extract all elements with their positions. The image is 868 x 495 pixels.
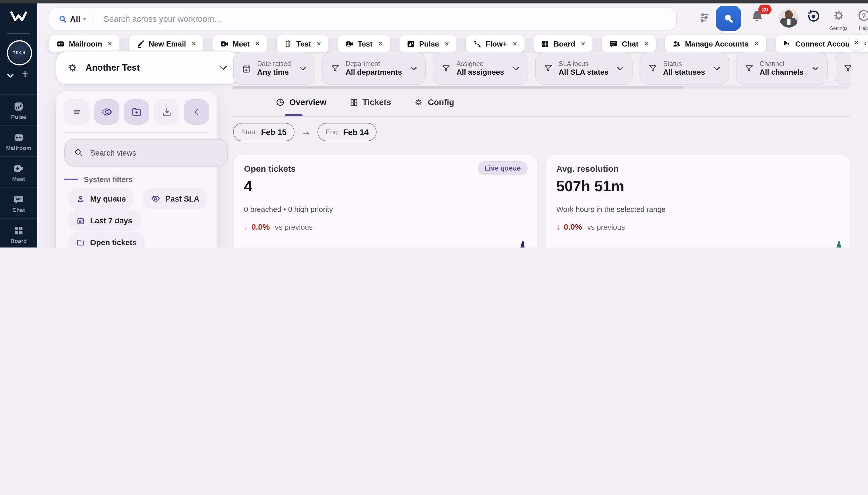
history-sync-icon[interactable]: [806, 10, 820, 23]
list-layout-button[interactable]: [64, 99, 90, 125]
delta-row: ↓ 0.0% vs previous: [556, 222, 625, 232]
avg-resolution-subtitle: Work hours in the selected range: [556, 205, 666, 214]
chat-icon: [609, 39, 618, 48]
video-user-icon: [345, 39, 354, 48]
rail-item-board[interactable]: Board: [0, 218, 37, 248]
delta-row: ↓ 0.0% vs previous: [244, 222, 313, 232]
gear-icon: [67, 62, 78, 73]
system-filters-header: System filters: [64, 175, 133, 184]
tab-test-2[interactable]: Test ✕: [337, 34, 390, 53]
chip-priority-cut[interactable]: PrA: [834, 52, 851, 85]
rail-item-mailroom[interactable]: Mailroom: [0, 125, 37, 157]
delta-suffix: vs previous: [275, 223, 313, 231]
tab-overflow-close-button[interactable]: ✕: [849, 34, 865, 51]
workroom-selector[interactable]: Another Test: [56, 51, 239, 85]
workspace-avatar[interactable]: TECH: [7, 40, 32, 66]
filters-bar: Date raisedAny time DepartmentAll depart…: [233, 52, 851, 85]
close-icon[interactable]: ✕: [444, 40, 450, 47]
chevron-down-icon: [410, 66, 417, 71]
lines-icon: [72, 107, 82, 117]
chip-sla-focus[interactable]: SLA focusAll SLA states: [535, 52, 632, 85]
tab-board[interactable]: Board ✕: [534, 34, 593, 53]
tab-new-email[interactable]: New Email ✕: [128, 34, 204, 53]
avg-resolution-sparkline: [554, 239, 842, 248]
user-avatar[interactable]: [779, 8, 799, 28]
close-icon[interactable]: ✕: [107, 40, 112, 47]
divider: [64, 132, 208, 133]
card-title: Avg. resolution: [556, 164, 619, 173]
close-icon[interactable]: ✕: [255, 40, 260, 47]
chips-scrollbar-thumb[interactable]: [233, 86, 683, 89]
funnel-icon: [843, 64, 851, 73]
collapse-panel-button[interactable]: [184, 99, 209, 125]
filter-last-7-days[interactable]: Last 7 days: [68, 210, 140, 231]
video-icon: [220, 39, 229, 48]
funnel-icon: [648, 64, 657, 73]
close-icon[interactable]: ✕: [378, 40, 383, 47]
person-icon: [76, 194, 85, 203]
rail-item-pulse[interactable]: Pulse: [0, 94, 37, 126]
chip-department[interactable]: DepartmentAll departments: [322, 52, 426, 85]
funnel-icon: [745, 64, 754, 73]
close-icon[interactable]: ✕: [512, 40, 517, 47]
chip-date-raised[interactable]: Date raisedAny time: [233, 52, 315, 85]
tab-manage-accounts[interactable]: Manage Accounts ✕: [665, 34, 767, 53]
open-tickets-value: 4: [244, 177, 252, 195]
arrow-down-icon: ↓: [556, 222, 560, 232]
eye-icon: [151, 194, 160, 203]
chevron-down-icon: [512, 66, 520, 71]
filter-past-sla[interactable]: Past SLA: [143, 188, 208, 209]
close-icon[interactable]: ✕: [644, 40, 649, 47]
tab-flow[interactable]: Flow+ ✕: [466, 34, 525, 53]
close-icon[interactable]: ✕: [754, 40, 759, 47]
search-views-input[interactable]: Search views: [64, 139, 228, 167]
users-icon: [673, 39, 681, 48]
chip-status[interactable]: StatusAll statuses: [640, 52, 729, 85]
close-icon[interactable]: ✕: [580, 40, 586, 47]
download-icon: [161, 106, 172, 117]
rail-item-chat[interactable]: Chat: [0, 187, 37, 219]
grid-icon: [13, 225, 24, 236]
grid-icon: [541, 39, 550, 48]
app-rail: TECH + Pulse Mailroom Meet Chat Board Go…: [0, 3, 37, 248]
tab-meet[interactable]: Meet ✕: [213, 34, 268, 53]
chevron-down-icon[interactable]: [6, 72, 15, 79]
global-search[interactable]: All ▾ Search across your workroom…: [49, 7, 677, 31]
tab-mailroom[interactable]: Mailroom ✕: [49, 34, 120, 53]
start-date-button[interactable]: Start: Feb 15: [233, 123, 295, 141]
create-view-button[interactable]: [94, 99, 119, 125]
route-icon: [473, 39, 482, 48]
add-workspace-button[interactable]: +: [22, 68, 28, 80]
filter-my-queue[interactable]: My queue: [68, 188, 134, 209]
arrow-down-icon: ↓: [244, 222, 248, 232]
tab-test-1[interactable]: Test ✕: [276, 34, 329, 53]
search-icon: [722, 12, 735, 25]
chevron-down-icon: [219, 65, 228, 71]
tab-tickets[interactable]: Tickets: [349, 98, 391, 107]
chip-channel[interactable]: ChannelAll channels: [736, 52, 828, 85]
close-icon[interactable]: ✕: [316, 40, 322, 47]
date-range: Start: Feb 15 → End: Feb 14: [233, 123, 377, 141]
filter-sliders-icon[interactable]: [699, 12, 710, 23]
tab-overview[interactable]: Overview: [276, 98, 326, 107]
open-tickets-sparkline: [242, 239, 529, 248]
folder-plus-icon: [131, 106, 142, 118]
ai-search-button[interactable]: [716, 6, 741, 31]
search-scope-dropdown[interactable]: All ▾: [49, 14, 94, 23]
chip-assignee[interactable]: AssigneeAll assignees: [433, 52, 528, 85]
filter-open-tickets[interactable]: Open tickets: [68, 232, 145, 248]
tab-config[interactable]: Config: [414, 98, 454, 107]
create-folder-button[interactable]: [124, 99, 149, 125]
gear-icon: [414, 98, 423, 107]
chevron-down-icon: [713, 66, 721, 71]
tab-chat[interactable]: Chat ✕: [602, 34, 656, 53]
gear-icon[interactable]: [832, 8, 846, 22]
end-date-button[interactable]: End: Feb 14: [317, 123, 377, 141]
tab-pulse[interactable]: Pulse ✕: [399, 34, 457, 53]
download-button[interactable]: [154, 99, 179, 125]
calendar-icon: [76, 216, 85, 225]
close-icon[interactable]: ✕: [191, 40, 196, 47]
divider: [7, 33, 31, 34]
rail-item-meet[interactable]: Meet: [0, 156, 37, 188]
help-icon[interactable]: ?: [857, 8, 868, 22]
